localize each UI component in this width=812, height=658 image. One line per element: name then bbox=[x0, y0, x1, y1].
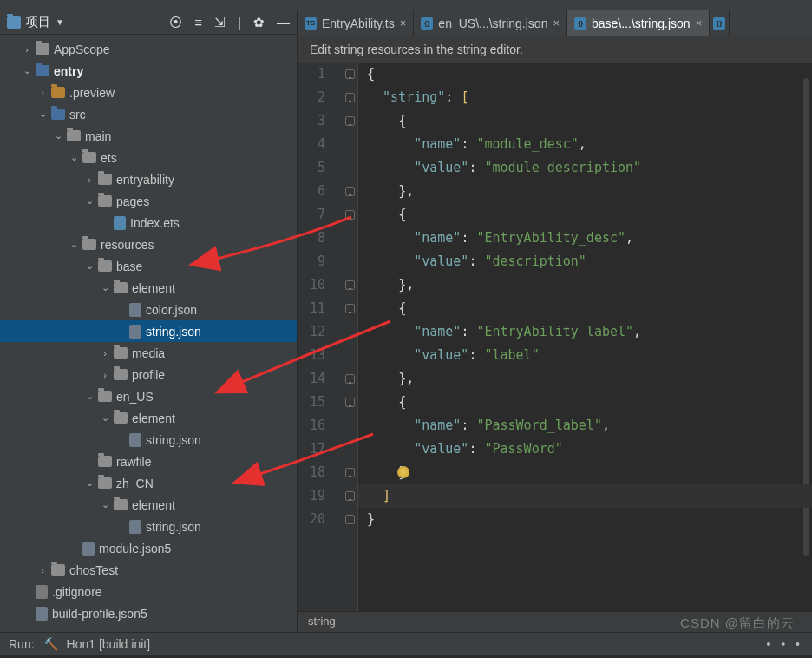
code-line[interactable]: "value": "module description" bbox=[367, 156, 812, 180]
target-icon[interactable]: ⦿ bbox=[169, 15, 182, 30]
tree-item-media[interactable]: ›media bbox=[0, 342, 297, 364]
fold-marker[interactable] bbox=[345, 69, 355, 79]
chevron-icon[interactable]: ⌄ bbox=[85, 260, 94, 272]
tree-item--preview[interactable]: ›.preview bbox=[0, 82, 297, 103]
tree-item-ohosTest[interactable]: ›ohosTest bbox=[0, 559, 297, 581]
tree-item-src[interactable]: ⌄src bbox=[0, 103, 297, 125]
fold-marker[interactable] bbox=[345, 187, 355, 196]
code-line[interactable]: }, bbox=[367, 367, 812, 391]
tree-item-entry[interactable]: ⌄entry bbox=[0, 60, 297, 82]
fold-marker[interactable] bbox=[345, 210, 355, 220]
tree-item-string-json[interactable]: string.json bbox=[0, 429, 297, 451]
tree-item-zh-CN[interactable]: ⌄zh_CN bbox=[0, 472, 297, 494]
code-line[interactable]: }, bbox=[367, 180, 812, 203]
chevron-icon[interactable]: ⌄ bbox=[101, 282, 109, 293]
chevron-icon[interactable]: ⌄ bbox=[23, 65, 31, 76]
tree-item-base[interactable]: ⌄base bbox=[0, 255, 297, 277]
file-tree[interactable]: ›AppScope⌄entry›.preview⌄src⌄main⌄ets›en… bbox=[0, 35, 297, 632]
fold-marker[interactable] bbox=[345, 116, 355, 126]
tree-item-element[interactable]: ⌄element bbox=[0, 494, 297, 516]
run-bar[interactable]: Run: 🔨 Hon1 [build init] • • • bbox=[0, 632, 812, 655]
bulb-icon[interactable] bbox=[397, 466, 409, 478]
code-area[interactable]: { "string": [ { "name": "module_desc", "… bbox=[358, 63, 812, 611]
code-line[interactable]: "value": "PassWord" bbox=[367, 438, 812, 461]
chevron-icon[interactable]: › bbox=[85, 174, 94, 185]
fold-marker[interactable] bbox=[345, 468, 355, 477]
tree-item-AppScope[interactable]: ›AppScope bbox=[0, 38, 297, 60]
chevron-icon[interactable]: ⌄ bbox=[85, 477, 94, 489]
gear-icon[interactable]: ✿ bbox=[253, 15, 265, 30]
collapse-icon[interactable]: ⇲ bbox=[214, 15, 226, 30]
tab-base-----string-json[interactable]: {}base\...\string.json× bbox=[567, 10, 710, 36]
code-line[interactable]: { bbox=[367, 203, 812, 227]
tree-item-element[interactable]: ⌄element bbox=[0, 407, 297, 429]
tree-item--gitignore[interactable]: .gitignore bbox=[0, 581, 297, 602]
tree-item-module-json5[interactable]: module.json5 bbox=[0, 537, 297, 559]
close-icon[interactable]: × bbox=[553, 16, 560, 30]
close-icon[interactable]: × bbox=[400, 16, 407, 30]
tree-item-string-json[interactable]: string.json bbox=[0, 320, 297, 342]
code-line[interactable]: { bbox=[367, 109, 812, 133]
chevron-icon[interactable]: ⌄ bbox=[38, 109, 47, 120]
tree-item-main[interactable]: ⌄main bbox=[0, 125, 297, 147]
fold-marker[interactable] bbox=[345, 398, 355, 407]
tree-item-entryability[interactable]: ›entryability bbox=[0, 168, 297, 190]
tree-item-profile[interactable]: ›profile bbox=[0, 364, 297, 385]
code-line[interactable]: "name": "EntryAbility_desc", bbox=[367, 227, 812, 250]
tree-item-color-json[interactable]: color.json bbox=[0, 299, 297, 320]
code-line[interactable]: { bbox=[367, 297, 812, 320]
code-line[interactable]: } bbox=[367, 508, 812, 531]
tree-item-pages[interactable]: ⌄pages bbox=[0, 190, 297, 212]
chevron-icon[interactable]: ⌄ bbox=[101, 499, 109, 510]
code-line[interactable]: { bbox=[367, 63, 812, 86]
tree-item-resources[interactable]: ⌄resources bbox=[0, 234, 297, 255]
editor-banner[interactable]: Edit string resources in the string edit… bbox=[298, 36, 812, 63]
chevron-icon[interactable]: ⌄ bbox=[85, 391, 94, 402]
tab-en-US-----string-json[interactable]: {}en_US\...\string.json× bbox=[414, 10, 567, 36]
fold-column[interactable] bbox=[343, 63, 358, 611]
code-line[interactable]: ] bbox=[367, 484, 812, 508]
code-line[interactable]: "string": [ bbox=[367, 86, 812, 109]
tree-item-en-US[interactable]: ⌄en_US bbox=[0, 385, 297, 407]
code-line[interactable]: "name": "module_desc", bbox=[367, 133, 812, 156]
code-line[interactable]: "name": "PassWord_label", bbox=[367, 414, 812, 438]
fold-marker[interactable] bbox=[345, 374, 355, 384]
chevron-icon[interactable]: ⌄ bbox=[69, 152, 78, 163]
tab-overflow[interactable]: {} bbox=[710, 10, 730, 36]
fold-marker[interactable] bbox=[345, 280, 355, 290]
tree-item-string-json[interactable]: string.json bbox=[0, 516, 297, 537]
tab-EntryAbility-ts[interactable]: TSEntryAbility.ts× bbox=[298, 10, 414, 36]
chevron-icon[interactable]: › bbox=[38, 565, 47, 576]
close-icon[interactable]: × bbox=[696, 16, 703, 30]
tree-item-element[interactable]: ⌄element bbox=[0, 277, 297, 299]
fold-marker[interactable] bbox=[345, 304, 355, 313]
chevron-icon[interactable]: › bbox=[38, 88, 47, 98]
code-line[interactable]: { bbox=[367, 391, 812, 414]
chevron-icon[interactable]: ⌄ bbox=[101, 412, 109, 424]
tree-item-rawfile[interactable]: rawfile bbox=[0, 451, 297, 472]
chevron-icon[interactable]: › bbox=[23, 44, 31, 55]
chevron-icon[interactable]: ⌄ bbox=[85, 195, 94, 207]
code-line[interactable]: } bbox=[367, 461, 812, 484]
tree-item-Index-ets[interactable]: Index.ets bbox=[0, 212, 297, 234]
fold-marker[interactable] bbox=[345, 93, 355, 102]
hide-icon[interactable]: — bbox=[277, 15, 290, 30]
chevron-icon[interactable]: › bbox=[101, 370, 109, 380]
code-line[interactable]: "value": "label" bbox=[367, 344, 812, 367]
chevron-icon[interactable]: › bbox=[101, 348, 109, 359]
fold-marker[interactable] bbox=[345, 491, 355, 501]
code-line[interactable]: "value": "description" bbox=[367, 250, 812, 273]
code-line[interactable]: }, bbox=[367, 273, 812, 297]
editor-tabs[interactable]: TSEntryAbility.ts×{}en_US\...\string.jso… bbox=[298, 10, 812, 36]
hammer-icon[interactable]: 🔨 bbox=[43, 637, 58, 651]
chevron-icon[interactable]: ⌄ bbox=[54, 130, 62, 141]
fold-marker[interactable] bbox=[345, 515, 355, 524]
stack-icon[interactable]: ≡ bbox=[194, 15, 202, 30]
tree-item-build-profile-json5[interactable]: build-profile.json5 bbox=[0, 602, 297, 624]
project-header[interactable]: 项目 ▼ ⦿ ≡ ⇲ | ✿ — bbox=[0, 10, 297, 35]
chevron-down-icon[interactable]: ▼ bbox=[56, 17, 64, 27]
code-line[interactable]: "name": "EntryAbility_label", bbox=[367, 320, 812, 344]
chevron-icon[interactable]: ⌄ bbox=[69, 239, 78, 250]
editor-area[interactable]: 1234567891011121314151617181920 { "strin… bbox=[298, 63, 812, 611]
tree-item-ets[interactable]: ⌄ets bbox=[0, 147, 297, 168]
